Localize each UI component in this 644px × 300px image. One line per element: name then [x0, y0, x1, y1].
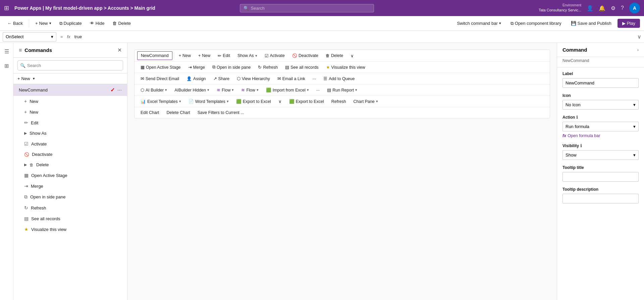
- duplicate-button[interactable]: ⧉ Duplicate: [56, 19, 85, 28]
- addqueue-r-icon: ☰: [323, 76, 327, 81]
- sidebar-item-refresh[interactable]: ↻ Refresh: [13, 202, 127, 213]
- play-button[interactable]: ▶ Play: [618, 19, 640, 28]
- ribbon-refresh-button[interactable]: ↻ Refresh: [255, 63, 281, 71]
- global-search[interactable]: 🔍 Search: [240, 4, 374, 12]
- ribbon-addqueue-button[interactable]: ☰ Add to Queue: [320, 74, 358, 83]
- ribbon-share-button[interactable]: ↗ Share: [210, 74, 233, 83]
- filter-icon[interactable]: ⊞: [4, 60, 9, 72]
- sidebar-item-openinside[interactable]: ⧉ Open in side pane: [13, 191, 127, 202]
- label-field-input[interactable]: [562, 78, 639, 88]
- ribbon-runreport-button[interactable]: ▤ Run Report ▾: [324, 86, 361, 94]
- preview-area: NewCommand + New + New ✏: [127, 43, 557, 300]
- ribbon-openactive-button[interactable]: ▦ Open Active Stage: [137, 63, 184, 71]
- back-button[interactable]: ← Back: [4, 19, 26, 28]
- sidebar-close-icon[interactable]: ✕: [117, 47, 122, 53]
- sidebar-item-seeall[interactable]: ▤ See all records: [13, 213, 127, 224]
- ribbon-seeall-button[interactable]: ▤ See all records: [282, 63, 322, 71]
- importexcel-r-icon: 🟩: [266, 87, 271, 93]
- help-icon[interactable]: ?: [621, 5, 624, 11]
- ribbon-refresh2-button[interactable]: Refresh: [328, 98, 350, 106]
- ribbon-savefilters-button[interactable]: Save Filters to Current ...: [194, 109, 248, 117]
- ribbon-deletechart-button[interactable]: Delete Chart: [163, 109, 194, 117]
- notifications-icon[interactable]: 🔔: [599, 5, 605, 11]
- right-panel-expand-icon[interactable]: ›: [637, 47, 639, 52]
- ribbon-more4-button[interactable]: ∨: [275, 97, 285, 106]
- ribbon-export1-button[interactable]: 🟩 Export to Excel: [233, 97, 274, 106]
- sidebar-item-new2[interactable]: + New: [13, 107, 127, 117]
- ribbon-viewhier-button[interactable]: ⬡ View Hierarchy: [233, 74, 273, 83]
- sidebar-item-edit[interactable]: ✏ Edit: [13, 117, 127, 128]
- action-field-select[interactable]: Run formula ▾: [562, 122, 639, 131]
- ribbon-sendemail-button[interactable]: ✉ Send Direct Email: [137, 74, 182, 83]
- action-info-icon[interactable]: ℹ: [576, 115, 578, 120]
- ribbon-more1-button[interactable]: ∨: [347, 52, 357, 60]
- tooltip-desc-field-group: Tooltip description: [562, 187, 639, 203]
- more1-chevron: ∨: [351, 53, 354, 58]
- ribbon-more2-button[interactable]: ···: [309, 75, 319, 83]
- ribbon-aibuilder-button[interactable]: ⬡ AI Builder ▾: [137, 86, 170, 94]
- ribbon-new1-button[interactable]: + New: [175, 52, 194, 60]
- settings-icon[interactable]: ⚙: [611, 5, 615, 11]
- sidebar-search-input[interactable]: [17, 60, 123, 70]
- open-component-library-button[interactable]: ⧉ Open component library: [507, 19, 565, 28]
- visibility-info-icon[interactable]: ℹ: [580, 143, 582, 148]
- sidebar-item-deactivate[interactable]: 🚫 Deactivate: [13, 149, 127, 160]
- ribbon-assign-button[interactable]: 👤 Assign: [183, 74, 209, 83]
- new-button[interactable]: + New ▾: [32, 19, 55, 28]
- more-options-icon[interactable]: ···: [117, 87, 122, 93]
- ribbon-export2-button[interactable]: 🟩 Export to Excel: [286, 97, 327, 106]
- ribbon-chartpane-button[interactable]: Chart Pane ▾: [350, 98, 381, 106]
- tooltip-desc-input[interactable]: [562, 194, 639, 203]
- ribbon-editchart-button[interactable]: Edit Chart: [137, 109, 163, 117]
- ribbon-activate-button[interactable]: ☑ Activate: [261, 52, 288, 60]
- ribbon-emaillink-button[interactable]: ✉ Email a Link: [274, 74, 309, 83]
- hamburger-icon[interactable]: ☰: [4, 46, 9, 57]
- ribbon-delete-button[interactable]: 🗑 Delete: [322, 52, 346, 60]
- sidebar-item-visualize[interactable]: ★ Visualize this view: [13, 224, 127, 235]
- tooltip-title-input[interactable]: [562, 172, 639, 182]
- switch-command-bar-button[interactable]: Switch command bar ▾: [453, 19, 504, 28]
- ribbon-exceltpl-button[interactable]: 📊 Excel Templates ▾: [137, 97, 184, 106]
- ribbon-deactivate-button[interactable]: 🚫 Deactivate: [289, 52, 322, 60]
- icon-select-chevron: ▾: [633, 102, 636, 107]
- user-avatar[interactable]: A: [629, 3, 640, 13]
- ribbon-showas-button[interactable]: Show As ▾: [234, 52, 261, 60]
- hide-button[interactable]: 👁 Hide: [87, 19, 108, 28]
- sidebar-item-merge[interactable]: ⇥ Merge: [13, 181, 127, 191]
- checkmark-icon: ✓: [110, 87, 115, 93]
- ribbon-newcommand-button[interactable]: NewCommand: [137, 51, 172, 60]
- ribbon-sep-1: [174, 52, 174, 59]
- sidebar-item-openactivestage[interactable]: ▦ Open Active Stage: [13, 170, 127, 181]
- ribbon-importexcel-button[interactable]: 🟩 Import from Excel ▾: [263, 86, 312, 94]
- ribbon-more3-button[interactable]: ···: [313, 86, 323, 94]
- sidebar-item-newcommand[interactable]: NewCommand ✓ ···: [13, 84, 127, 96]
- sidebar-item-showas[interactable]: ▶ Show As: [13, 128, 127, 138]
- delete-button[interactable]: 🗑 Delete: [109, 19, 134, 28]
- formula-property-select[interactable]: OnSelect ▾: [3, 32, 56, 42]
- ribbon-wordtpl-button[interactable]: 📄 Word Templates ▾: [185, 97, 232, 106]
- save-publish-button[interactable]: 💾 Save and Publish: [568, 19, 615, 28]
- sidebar-new-button[interactable]: + New ▾: [13, 73, 127, 84]
- grid-icon[interactable]: ⊞: [4, 4, 9, 12]
- ribbon-aihidden-button[interactable]: AIBuilder Hidden ▾: [171, 86, 213, 94]
- sidebar-item-delete[interactable]: ▶ 🗑 Delete: [13, 160, 127, 170]
- formula-input[interactable]: [73, 32, 635, 42]
- profile-icon[interactable]: 👤: [587, 5, 593, 11]
- chevron-showas: ▾: [255, 54, 257, 58]
- ribbon-flow2-button[interactable]: ≋ Flow ▾: [238, 86, 262, 94]
- ribbon-flow1-button[interactable]: ≋ Flow ▾: [213, 86, 237, 94]
- sidebar-item-activate[interactable]: ☑ Activate: [13, 138, 127, 149]
- icon-field-select[interactable]: No Icon ▾: [562, 100, 639, 110]
- ribbon-new2-button[interactable]: + New: [195, 52, 214, 60]
- ribbon-visualize-button[interactable]: ★ Visualize this view: [323, 63, 369, 71]
- commands-sidebar: ≡ Commands ✕ 🔍 + New ▾ NewCommand ✓: [13, 43, 127, 300]
- visibility-field-select[interactable]: Show ▾: [562, 150, 639, 160]
- sidebar-filter-icon[interactable]: ≡: [19, 47, 22, 53]
- open-formula-bar-link[interactable]: fx Open formula bar: [562, 133, 639, 138]
- tooltip-desc-label: Tooltip description: [562, 187, 639, 192]
- ribbon-openside-button[interactable]: ⧉ Open in side pane: [209, 63, 254, 71]
- sidebar-item-new1[interactable]: + New: [13, 96, 127, 107]
- ribbon-merge-button[interactable]: ⇥ Merge: [185, 63, 208, 71]
- ribbon-edit-button[interactable]: ✏ Edit: [214, 52, 233, 60]
- formula-expand-icon[interactable]: ∨: [637, 34, 641, 40]
